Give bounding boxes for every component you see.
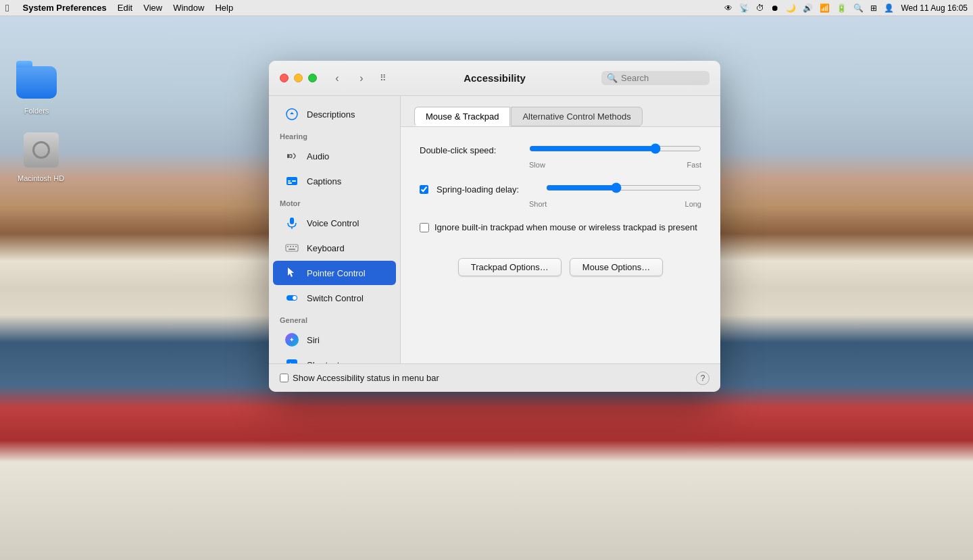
accessibility-window: ‹ › ⠿ Accessibility 🔍 Desc [269, 61, 720, 392]
window-controls [280, 74, 317, 82]
captions-label: Captions [307, 176, 341, 186]
sidebar-item-audio[interactable]: Audio [273, 144, 396, 168]
help-menu[interactable]: Help [215, 3, 233, 13]
minimize-button[interactable] [294, 74, 303, 82]
window-body: Descriptions Hearing Audio [269, 96, 720, 363]
maximize-button[interactable] [308, 74, 317, 82]
sidebar-item-pointer-control[interactable]: Pointer Control [273, 261, 396, 285]
search-icon: 🔍 [607, 73, 618, 83]
svg-rect-11 [293, 246, 294, 247]
close-button[interactable] [280, 74, 289, 82]
control-center-icon[interactable]: ⊞ [870, 3, 877, 13]
tab-mouse-trackpad[interactable]: Mouse & Trackpad [414, 107, 510, 126]
sidebar-item-switch-control[interactable]: Switch Control [273, 286, 396, 310]
spring-loading-checkbox[interactable] [420, 185, 428, 194]
ignore-trackpad-checkbox[interactable] [420, 223, 429, 232]
siri-icon: ✦ [284, 332, 300, 348]
airdrop-icon: 📡 [739, 3, 749, 13]
battery-icon: 🔋 [837, 3, 847, 13]
spring-short-label: Short [529, 200, 547, 208]
double-click-speed-label: Double-click speed: [420, 145, 521, 155]
bottom-bar: Show Accessibility status in menu bar ? [269, 363, 720, 392]
menubar:  System Preferences Edit View Window He… [0, 0, 973, 16]
grid-button[interactable]: ⠿ [374, 72, 393, 85]
mouse-options-button[interactable]: Mouse Options… [570, 258, 663, 276]
svg-rect-10 [290, 246, 291, 247]
svg-rect-13 [289, 249, 295, 250]
pointer-control-label: Pointer Control [307, 268, 366, 278]
datetime: Wed 11 Aug 16:05 [901, 3, 968, 13]
double-click-speed-slider-container [529, 143, 701, 157]
svg-rect-6 [290, 218, 294, 224]
view-menu[interactable]: View [143, 3, 162, 13]
descriptions-icon [284, 106, 300, 122]
double-click-fast-label: Fast [687, 161, 701, 169]
siri-label: Siri [307, 335, 320, 345]
window-menu[interactable]: Window [173, 3, 204, 13]
sidebar-item-captions[interactable]: Captions [273, 169, 396, 193]
motor-section-label: Motor [269, 194, 400, 210]
forward-button[interactable]: › [352, 72, 371, 85]
double-click-speed-row: Double-click speed: Slow Fast [420, 143, 701, 169]
switch-control-label: Switch Control [307, 293, 364, 303]
descriptions-label: Descriptions [307, 109, 355, 120]
svg-rect-1 [287, 154, 289, 158]
search-menubar-icon[interactable]: 🔍 [853, 3, 864, 13]
sidebar-item-descriptions[interactable]: Descriptions [273, 102, 396, 126]
spring-loading-slider[interactable] [546, 182, 701, 193]
sidebar-item-shortcut[interactable]: Shortcut [273, 353, 396, 363]
button-row: Trackpad Options… Mouse Options… [420, 258, 701, 276]
search-box[interactable]: 🔍 [601, 71, 709, 85]
desktop-icon-hdd[interactable]: Macintosh HD [18, 128, 64, 182]
help-button[interactable]: ? [696, 372, 709, 385]
trackpad-options-button[interactable]: Trackpad Options… [458, 258, 562, 276]
content-inner: Double-click speed: Slow Fast Spring-l [401, 127, 720, 363]
show-accessibility-status-checkbox[interactable] [280, 374, 289, 382]
double-click-speed-slider[interactable] [529, 143, 701, 154]
wifi-icon: 📶 [820, 3, 830, 13]
edit-menu[interactable]: Edit [118, 3, 132, 13]
spring-loading-label: Spring-loading delay: [436, 184, 538, 195]
app-name-menu[interactable]: System Preferences [22, 3, 106, 13]
svg-rect-12 [295, 246, 297, 247]
double-click-speed-range-labels: Slow Fast [420, 161, 701, 169]
folders-label: Folders [24, 107, 49, 115]
tab-bar: Mouse & Trackpad Alternative Control Met… [401, 96, 720, 127]
captions-icon [284, 173, 300, 189]
time-machine-icon: ⏱ [756, 3, 764, 13]
voice-control-icon [284, 215, 300, 231]
search-input[interactable] [621, 73, 704, 83]
hdd-icon [24, 132, 59, 168]
sidebar-item-keyboard[interactable]: Keyboard [273, 236, 396, 260]
audio-label: Audio [307, 151, 329, 161]
svg-rect-16 [286, 359, 297, 363]
content-area: Mouse & Trackpad Alternative Control Met… [401, 96, 720, 363]
spring-long-label: Long [685, 200, 701, 208]
svg-rect-9 [287, 246, 289, 247]
nav-buttons: ‹ › [328, 72, 371, 85]
general-section-label: General [269, 311, 400, 327]
spring-loading-delay-row: Spring-loading delay: Short Long [420, 182, 701, 208]
keyboard-icon [284, 240, 300, 256]
hearing-section-label: Hearing [269, 127, 400, 143]
user-icon[interactable]: 👤 [884, 3, 894, 13]
screen-record-icon: ⏺ [771, 3, 779, 13]
back-button[interactable]: ‹ [328, 72, 347, 85]
ignore-trackpad-label: Ignore built-in trackpad when mouse or w… [434, 222, 697, 234]
tab-alt-control[interactable]: Alternative Control Methods [511, 107, 642, 126]
sidebar-item-voice-control[interactable]: Voice Control [273, 211, 396, 235]
spring-loading-range-labels: Short Long [420, 200, 701, 208]
desktop-icon-folders[interactable]: Folders [15, 61, 58, 115]
accessibility-icon: 👁 [724, 3, 732, 13]
switch-control-icon [284, 290, 300, 306]
pointer-control-icon [284, 265, 300, 281]
sidebar-item-siri[interactable]: ✦ Siri [273, 328, 396, 352]
svg-rect-5 [288, 182, 292, 184]
svg-point-15 [293, 296, 297, 300]
volume-icon: 🔊 [803, 3, 813, 13]
apple-menu[interactable]:  [5, 2, 9, 14]
shortcut-label: Shortcut [307, 360, 339, 364]
voice-control-label: Voice Control [307, 218, 359, 228]
window-title: Accessibility [464, 72, 526, 84]
sidebar: Descriptions Hearing Audio [269, 96, 401, 363]
